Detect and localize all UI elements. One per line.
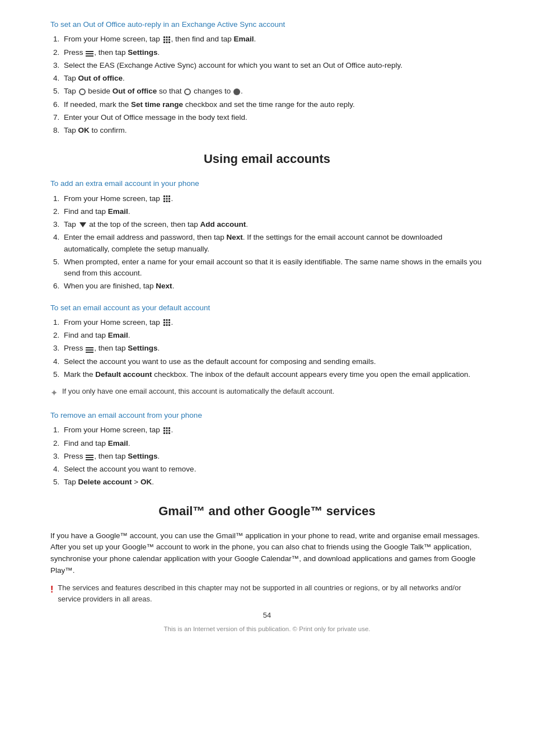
svg-rect-24	[163, 322, 165, 324]
svg-rect-2	[168, 36, 170, 38]
svg-rect-32	[86, 352, 93, 353]
remove-email-steps: From your Home screen, tap . Find and ta…	[62, 424, 484, 488]
default-email-subsection: To set an email account as your default …	[50, 302, 484, 400]
list-item: Press , then tap Settings.	[62, 451, 484, 462]
page-number: 54	[50, 610, 484, 621]
list-item: Find and tap Email.	[62, 330, 484, 341]
footer-note: This is an Internet version of this publ…	[50, 624, 484, 634]
list-item: When you are finished, tap Next.	[62, 281, 484, 292]
add-email-steps: From your Home screen, tap . Find and ta…	[62, 193, 484, 292]
list-item: Tap at the top of the screen, then tap A…	[62, 219, 484, 230]
svg-rect-37	[166, 430, 167, 431]
gmail-body: If you have a Google™ account, you can u…	[50, 530, 484, 577]
svg-rect-34	[166, 427, 167, 429]
svg-rect-11	[86, 55, 93, 57]
out-of-office-heading: To set an Out of Office auto-reply in an…	[50, 19, 484, 30]
circle-empty-icon	[79, 88, 86, 95]
svg-rect-13	[166, 195, 167, 197]
list-item: When prompted, enter a name for your ema…	[62, 256, 484, 279]
list-item: Tap OK to confirm.	[62, 125, 484, 136]
default-email-heading: To set an email account as your default …	[50, 302, 484, 314]
svg-rect-20	[168, 200, 170, 202]
warning-icon: !	[50, 583, 53, 596]
svg-rect-35	[168, 427, 170, 429]
svg-rect-3	[163, 39, 165, 40]
list-item: From your Home screen, tap .	[62, 193, 484, 204]
list-item: If needed, mark the Set time range check…	[62, 99, 484, 110]
out-of-office-steps: From your Home screen, tap , then find a…	[62, 34, 484, 136]
svg-rect-12	[163, 195, 165, 197]
list-item: Select the EAS (Exchange Active Sync) ac…	[62, 60, 484, 71]
add-email-heading: To add an extra email account in your ph…	[50, 178, 484, 189]
svg-rect-1	[166, 36, 167, 38]
svg-rect-38	[168, 430, 170, 431]
svg-rect-19	[166, 200, 167, 202]
grid-icon	[163, 195, 171, 203]
svg-rect-41	[168, 432, 170, 434]
svg-rect-15	[163, 198, 165, 199]
menu-icon	[86, 346, 93, 352]
remove-email-subsection: To remove an email account from your pho…	[50, 410, 484, 488]
tip-text: If you only have one email account, this…	[62, 386, 334, 397]
svg-rect-27	[163, 324, 165, 326]
svg-rect-36	[163, 430, 165, 431]
svg-rect-14	[168, 195, 170, 197]
list-item: Tap Delete account > OK.	[62, 477, 484, 488]
svg-rect-18	[163, 200, 165, 202]
svg-rect-43	[86, 457, 93, 458]
list-item: Select the account you want to remove.	[62, 464, 484, 475]
svg-rect-29	[168, 324, 170, 326]
warning-text: The services and features described in t…	[58, 582, 484, 604]
svg-rect-23	[168, 319, 170, 321]
using-email-accounts-title: Using email accounts	[50, 150, 484, 168]
list-item: Enter your Out of Office message in the …	[62, 112, 484, 123]
svg-rect-6	[163, 41, 165, 43]
svg-rect-33	[163, 427, 165, 429]
circle-filled-icon	[233, 88, 240, 95]
svg-rect-22	[166, 319, 167, 321]
grid-icon	[163, 319, 171, 326]
list-item: Mark the Default account checkbox. The i…	[62, 369, 484, 380]
list-item: Tap Out of office.	[62, 73, 484, 84]
svg-rect-17	[168, 198, 170, 199]
svg-rect-44	[86, 459, 93, 460]
svg-rect-42	[86, 455, 93, 456]
svg-rect-28	[166, 324, 167, 326]
svg-rect-39	[163, 432, 165, 434]
svg-rect-0	[163, 36, 165, 38]
list-item: Tap beside Out of office so that changes…	[62, 86, 484, 97]
tip-row: ✦ If you only have one email account, th…	[50, 386, 484, 400]
add-email-subsection: To add an extra email account in your ph…	[50, 178, 484, 292]
gmail-title: Gmail™ and other Google™ services	[50, 502, 484, 520]
list-item: From your Home screen, tap .	[62, 317, 484, 328]
svg-rect-4	[166, 39, 167, 40]
svg-rect-7	[166, 41, 167, 43]
list-item: Find and tap Email.	[62, 438, 484, 449]
svg-rect-40	[166, 432, 167, 434]
default-email-steps: From your Home screen, tap . Find and ta…	[62, 317, 484, 380]
list-item: From your Home screen, tap , then find a…	[62, 34, 484, 45]
svg-rect-10	[86, 53, 93, 54]
list-item: Select the account you want to use as th…	[62, 356, 484, 367]
warning-row: ! The services and features described in…	[50, 582, 484, 604]
list-item: Press , then tap Settings.	[62, 47, 484, 58]
grid-icon	[163, 427, 171, 435]
svg-rect-8	[168, 41, 170, 43]
arrow-down-icon	[79, 222, 86, 227]
list-item: Enter the email address and password, th…	[62, 232, 484, 255]
list-item: From your Home screen, tap .	[62, 424, 484, 436]
svg-rect-5	[168, 39, 170, 40]
menu-icon	[86, 453, 93, 460]
out-of-office-section: To set an Out of Office auto-reply in an…	[50, 19, 484, 136]
svg-rect-16	[166, 198, 167, 199]
tip-icon: ✦	[50, 386, 58, 400]
svg-rect-21	[163, 319, 165, 321]
remove-email-heading: To remove an email account from your pho…	[50, 410, 484, 421]
svg-rect-26	[168, 322, 170, 324]
grid-icon	[163, 36, 171, 44]
list-item: Find and tap Email.	[62, 206, 484, 217]
list-item: Press , then tap Settings.	[62, 343, 484, 354]
svg-rect-9	[86, 51, 93, 52]
menu-icon	[86, 49, 93, 56]
svg-rect-30	[86, 347, 93, 348]
